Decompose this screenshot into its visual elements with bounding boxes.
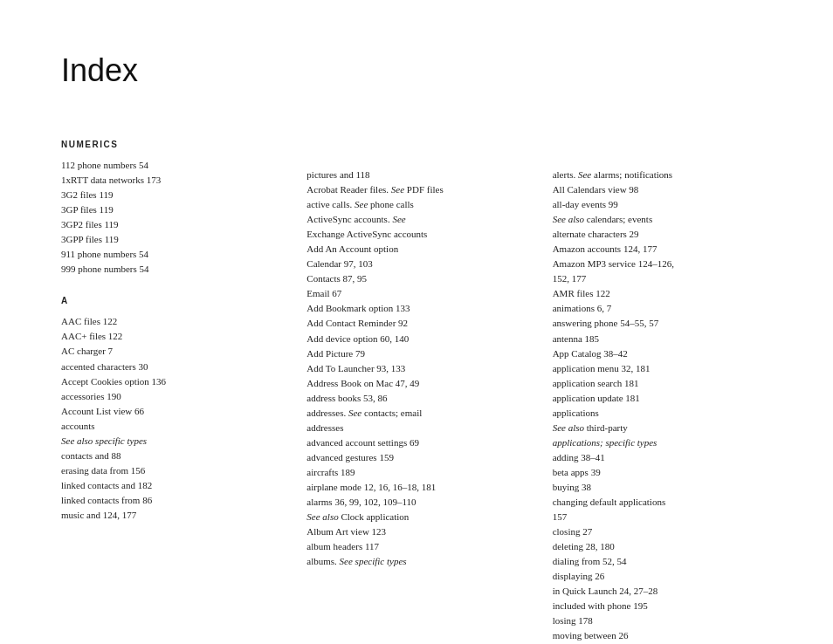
list-item: Email 67 [306,286,526,301]
list-item: Add Contact Reminder 92 [306,316,526,331]
list-item: linked contacts and 182 [61,478,280,493]
numerics-heading: NUMERICS [61,140,280,149]
page-title: Index [61,52,772,89]
list-item: addresses. See contacts; email [306,406,526,421]
list-item: AMR files 122 [553,286,772,301]
list-item: aircrafts 189 [306,465,526,480]
list-item: active calls. See phone calls [306,197,526,212]
list-item: erasing data from 156 [61,463,280,478]
list-item: accented characters 30 [61,360,280,374]
a-heading: A [61,296,280,305]
list-item: application menu 32, 181 [553,361,772,376]
list-item: 3GPP files 119 [61,232,280,247]
list-item: accounts [61,419,280,434]
list-item: AAC+ files 122 [61,329,280,344]
list-item: Add Bookmark option 133 [306,301,526,316]
list-item: 999 phone numbers 54 [61,262,280,277]
list-item: Contacts 87, 95 [306,271,526,286]
list-item: See also Clock application [306,510,526,524]
list-item: Add An Account option [306,242,526,257]
list-item: albums. See specific types [306,554,526,569]
list-item: See also specific types [61,434,280,449]
list-item: displaying 26 [553,569,772,584]
list-item: All Calendars view 98 [553,182,772,197]
list-item: beta apps 39 [553,465,772,480]
list-item: applications; specific types [553,435,772,450]
list-item: answering phone 54–55, 57 [553,316,772,331]
numerics-entries: 112 phone numbers 54 1xRTT data networks… [61,158,280,277]
list-item: See also calendars; events [553,212,772,227]
index-columns: NUMERICS 112 phone numbers 54 1xRTT data… [61,124,772,644]
column-1: NUMERICS 112 phone numbers 54 1xRTT data… [61,124,280,523]
list-item: animations 6, 7 [553,301,772,316]
list-item: Amazon accounts 124, 177 [553,242,772,257]
list-item: in Quick Launch 24, 27–28 [553,584,772,599]
list-item: Exchange ActiveSync accounts [306,227,526,242]
list-item: buying 38 [553,480,772,495]
list-item: 157 [553,510,772,524]
list-item: adding 38–41 [553,450,772,465]
list-item: Add To Launcher 93, 133 [306,361,526,376]
list-item: closing 27 [553,524,772,539]
list-item: addresses [306,421,526,435]
list-item: Account List view 66 [61,404,280,419]
list-item: Address Book on Mac 47, 49 [306,376,526,391]
list-item: Amazon MP3 service 124–126, [553,257,772,271]
column-2: pictures and 118 Acrobat Reader files. S… [306,124,526,569]
page: Index NUMERICS 112 phone numbers 54 1xRT… [0,0,833,644]
list-item: dialing from 52, 54 [553,554,772,569]
a-entries: AAC files 122 AAC+ files 122 AC charger … [61,314,280,523]
list-item: 1xRTT data networks 173 [61,173,280,188]
list-item: Accept Cookies option 136 [61,374,280,389]
list-item: Add device option 60, 140 [306,332,526,346]
list-item: linked contacts from 86 [61,493,280,508]
list-item: accessories 190 [61,389,280,404]
list-item: moving between 26 [553,628,772,643]
list-item: 3GP files 119 [61,202,280,217]
list-item: See also third-party [553,421,772,435]
list-item: 911 phone numbers 54 [61,247,280,262]
list-item: App Catalog 38–42 [553,346,772,361]
list-item: pictures and 118 [306,168,526,182]
list-item: 3G2 files 119 [61,188,280,202]
list-item: all-day events 99 [553,197,772,212]
list-item: 112 phone numbers 54 [61,158,280,173]
list-item: address books 53, 86 [306,391,526,406]
list-item: 152, 177 [553,271,772,286]
list-item: losing 178 [553,613,772,628]
list-item: AC charger 7 [61,344,280,359]
list-item: changing default applications [553,495,772,510]
list-item: alerts. See alarms; notifications [553,168,772,182]
list-item: application update 181 [553,391,772,406]
column-3: alerts. See alarms; notifications All Ca… [553,124,772,644]
col3-entries: alerts. See alarms; notifications All Ca… [553,168,772,644]
list-item: Acrobat Reader files. See PDF files [306,182,526,197]
list-item: AAC files 122 [61,314,280,329]
list-item: 3GP2 files 119 [61,217,280,232]
list-item: Add Picture 79 [306,346,526,361]
list-item: airplane mode 12, 16, 16–18, 181 [306,480,526,495]
list-item: deleting 28, 180 [553,539,772,554]
list-item: advanced account settings 69 [306,435,526,450]
list-item: Album Art view 123 [306,524,526,539]
list-item: contacts and 88 [61,449,280,463]
col2-entries: pictures and 118 Acrobat Reader files. S… [306,168,526,569]
list-item: antenna 185 [553,332,772,346]
list-item: alarms 36, 99, 102, 109–110 [306,495,526,510]
list-item: advanced gestures 159 [306,450,526,465]
list-item: application search 181 [553,376,772,391]
list-item: alternate characters 29 [553,227,772,242]
list-item: Calendar 97, 103 [306,257,526,271]
list-item: album headers 117 [306,539,526,554]
list-item: included with phone 195 [553,599,772,613]
list-item: ActiveSync accounts. See [306,212,526,227]
list-item: applications [553,406,772,421]
list-item: music and 124, 177 [61,508,280,523]
